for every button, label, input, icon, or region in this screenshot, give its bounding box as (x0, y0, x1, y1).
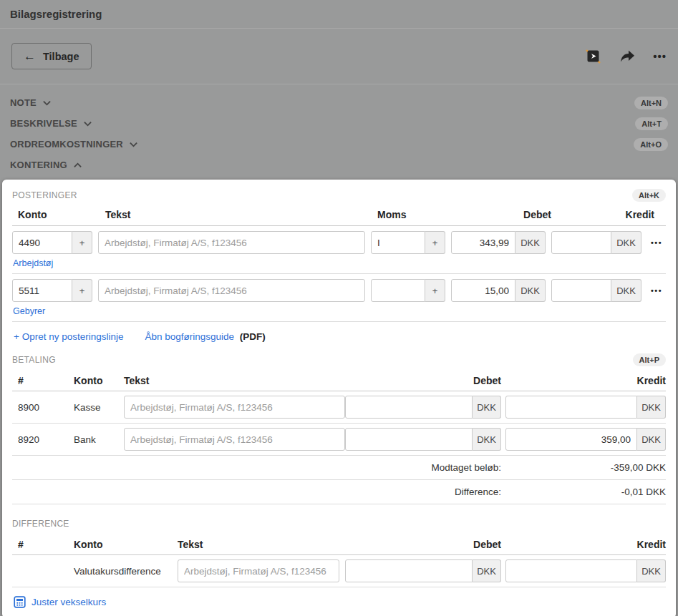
calculator-icon (14, 596, 26, 608)
debet-input[interactable] (345, 559, 473, 582)
summary-value: -359,00 DKK (501, 462, 666, 473)
debet-currency-button[interactable]: DKK (473, 396, 501, 419)
tekst-input[interactable] (98, 279, 365, 302)
row-more-icon[interactable]: ••• (647, 238, 666, 247)
kredit-input[interactable] (505, 396, 637, 419)
account-name: Bank (74, 434, 124, 445)
debet-input[interactable] (451, 231, 515, 254)
chevron-up-icon (73, 162, 82, 169)
kredit-input[interactable] (551, 231, 611, 254)
moms-lookup-button[interactable]: + (425, 279, 445, 302)
section-beskrivelse[interactable]: BESKRIVELSE Alt+T (0, 113, 678, 134)
section-kontering-label: KONTERING (10, 160, 67, 170)
toolbar: ← Tilbage ••• (0, 29, 678, 84)
kredit-currency-button[interactable]: DKK (637, 428, 666, 451)
col-konto: Konto (74, 539, 178, 550)
col-tekst: Tekst (98, 209, 371, 220)
more-options-icon[interactable]: ••• (653, 51, 667, 62)
section-beskrivelse-label: BESKRIVELSE (10, 118, 77, 129)
page-title: Bilagsregistrering (0, 0, 678, 29)
summary-row: Difference: -0,01 DKK (12, 480, 666, 504)
tekst-input[interactable] (124, 428, 345, 451)
payment-row: 8920 Bank DKK DKK (12, 424, 666, 456)
col-debet: Debet (345, 375, 501, 386)
col-kredit: Kredit (505, 375, 666, 386)
posting-row: + + DKK DKK ••• Arbejdstøj (12, 226, 666, 274)
difference-row: Valutakursdifference DKK DKK (12, 555, 666, 587)
konto-lookup-button[interactable]: + (72, 231, 92, 254)
difference-header-row: # Konto Tekst Debet Kredit (12, 534, 666, 555)
debet-input[interactable] (451, 279, 515, 302)
debet-input[interactable] (345, 396, 473, 419)
col-tekst: Tekst (178, 539, 345, 550)
moms-input[interactable] (371, 231, 425, 254)
summary-label: Modtaget beløb: (431, 462, 501, 473)
moms-lookup-button[interactable]: + (425, 231, 445, 254)
section-kontering[interactable]: KONTERING (0, 155, 678, 175)
pdf-suffix: (PDF) (240, 331, 266, 342)
debet-currency-button[interactable]: DKK (473, 559, 501, 582)
tekst-input[interactable] (98, 231, 365, 254)
betaling-header-row: # Konto Tekst Debet Kredit (12, 370, 666, 391)
kredit-input[interactable] (551, 279, 611, 302)
section-note-label: NOTE (10, 97, 37, 108)
shortcut-badge: Alt+O (634, 138, 668, 151)
debet-currency-button[interactable]: DKK (515, 279, 546, 302)
account-name-link[interactable]: Gebyrer (13, 306, 45, 316)
shortcut-badge: Alt+T (635, 117, 668, 130)
kredit-currency-button[interactable]: DKK (611, 279, 641, 302)
col-debet: Debet (457, 209, 551, 220)
col-nr: # (12, 539, 74, 550)
summary-row: Modtaget beløb: -359,00 DKK (12, 456, 666, 480)
kredit-currency-button[interactable]: DKK (611, 231, 641, 254)
col-debet: Debet (345, 539, 501, 550)
col-konto: Konto (12, 209, 92, 220)
kredit-input[interactable] (505, 559, 637, 582)
account-name-link[interactable]: Arbejdstøj (13, 258, 53, 268)
betaling-title: BETALING (12, 355, 56, 365)
col-kredit: Kredit (557, 209, 666, 220)
summary-label: Difference: (455, 487, 501, 497)
kontering-panel: POSTERINGER Alt+K Konto Tekst Moms Debet… (2, 180, 676, 616)
section-ordreomkostninger[interactable]: ORDREOMKOSTNINGER Alt+O (0, 134, 678, 155)
chevron-down-icon (129, 141, 138, 148)
open-bookkeeping-guide-link[interactable]: Åbn bogføringsguide (145, 331, 234, 342)
chevron-down-icon (42, 99, 52, 107)
kredit-input[interactable] (505, 428, 637, 451)
back-button-label: Tilbage (43, 51, 79, 62)
col-kredit: Kredit (505, 539, 666, 550)
kredit-currency-button[interactable]: DKK (637, 559, 666, 582)
kredit-currency-button[interactable]: DKK (637, 396, 666, 419)
payment-row: 8900 Kasse DKK DKK (12, 391, 666, 424)
row-more-icon[interactable]: ••• (647, 286, 666, 295)
konto-lookup-button[interactable]: + (72, 279, 92, 302)
shortcut-badge: Alt+N (634, 97, 668, 109)
tekst-input[interactable] (124, 396, 345, 419)
edit-document-icon[interactable] (585, 48, 601, 64)
summary-value: -0,01 DKK (501, 487, 666, 497)
debet-currency-button[interactable]: DKK (473, 428, 501, 451)
col-nr: # (12, 375, 74, 386)
back-arrow-icon: ← (24, 50, 36, 62)
section-note[interactable]: NOTE Alt+N (0, 92, 678, 113)
share-icon[interactable] (619, 49, 635, 64)
konto-input[interactable] (12, 231, 72, 254)
konto-input[interactable] (12, 279, 72, 302)
account-name: Valutakursdifference (74, 566, 178, 577)
col-moms: Moms (377, 209, 451, 220)
create-posting-line-link[interactable]: + Opret ny posteringslinje (14, 331, 123, 342)
posting-row: + + DKK DKK ••• Gebyrer (12, 274, 666, 322)
debet-input[interactable] (345, 428, 473, 451)
moms-input[interactable] (371, 279, 425, 302)
back-button[interactable]: ← Tilbage (11, 43, 92, 69)
shortcut-badge: Alt+P (633, 353, 666, 366)
account-number: 8920 (12, 434, 74, 445)
tekst-input[interactable] (178, 559, 339, 582)
accordion: NOTE Alt+N BESKRIVELSE Alt+T ORDREOMKOST… (0, 84, 678, 175)
account-name: Kasse (74, 402, 124, 413)
col-konto: Konto (74, 375, 124, 386)
posteringer-title: POSTERINGER (12, 190, 77, 200)
adjust-exchange-rate-link[interactable]: Juster vekselkurs (32, 597, 106, 607)
section-ordreomkostninger-label: ORDREOMKOSTNINGER (10, 139, 123, 150)
debet-currency-button[interactable]: DKK (515, 231, 546, 254)
